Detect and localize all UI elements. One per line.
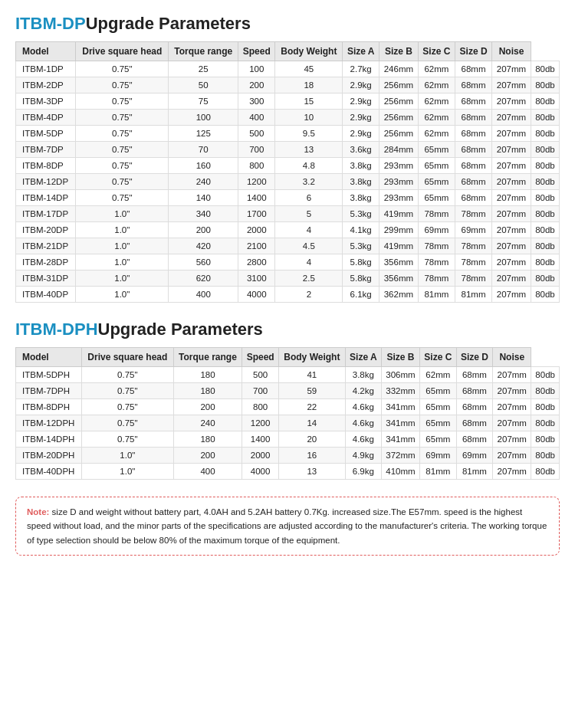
cell-10-1: 1.0" bbox=[76, 222, 169, 238]
section1-col-4: Body Weight bbox=[275, 42, 343, 61]
cell-12-6: 356mm bbox=[380, 254, 419, 271]
section1-title-rest: Upgrade Parameters bbox=[86, 14, 251, 33]
cell2-5-7: 69mm bbox=[420, 448, 457, 464]
cell-13-9: 207mm bbox=[492, 271, 531, 287]
cell-11-5: 5.3kg bbox=[343, 238, 380, 254]
cell2-0-3: 500 bbox=[242, 367, 279, 383]
cell-12-0: ITBM-28DP bbox=[16, 254, 76, 271]
cell-2-1: 0.75" bbox=[76, 93, 169, 110]
cell-9-4: 5 bbox=[275, 206, 343, 222]
table-row: ITBM-5DPH0.75"180500413.8kg306mm62mm68mm… bbox=[16, 367, 560, 383]
cell-13-3: 3100 bbox=[238, 271, 275, 287]
cell2-6-3: 4000 bbox=[242, 464, 279, 480]
cell2-3-8: 68mm bbox=[456, 415, 493, 431]
cell-8-7: 65mm bbox=[418, 190, 455, 206]
cell-10-6: 299mm bbox=[380, 222, 419, 238]
cell-13-10: 80db bbox=[531, 271, 559, 287]
cell-12-1: 1.0" bbox=[76, 254, 169, 271]
cell2-4-4: 20 bbox=[278, 431, 345, 448]
cell-6-9: 207mm bbox=[492, 158, 531, 174]
cell-7-7: 65mm bbox=[418, 174, 455, 190]
cell-9-3: 1700 bbox=[238, 206, 275, 222]
section1-col-1: Drive square head bbox=[76, 42, 169, 61]
cell-9-2: 340 bbox=[169, 206, 238, 222]
cell-7-5: 3.8kg bbox=[343, 174, 380, 190]
cell-4-0: ITBM-5DP bbox=[16, 126, 76, 142]
cell-8-9: 207mm bbox=[492, 190, 531, 206]
cell-5-5: 3.6kg bbox=[343, 142, 380, 158]
cell-1-7: 62mm bbox=[418, 77, 455, 93]
section1-col-6: Size B bbox=[380, 42, 419, 61]
table-row: ITBM-4DP0.75"100400102.9kg256mm62mm68mm2… bbox=[16, 110, 560, 126]
section1-col-3: Speed bbox=[238, 42, 275, 61]
cell-5-9: 207mm bbox=[492, 142, 531, 158]
cell-14-6: 362mm bbox=[380, 287, 419, 303]
cell-14-0: ITBM-40DP bbox=[16, 287, 76, 303]
table-row: ITBM-8DPH0.75"200800224.6kg341mm65mm68mm… bbox=[16, 399, 560, 415]
cell-5-10: 80db bbox=[531, 142, 559, 158]
cell2-1-5: 4.2kg bbox=[345, 383, 381, 399]
cell-7-6: 293mm bbox=[380, 174, 419, 190]
cell-5-2: 70 bbox=[169, 142, 238, 158]
cell2-4-1: 0.75" bbox=[82, 431, 174, 448]
cell2-5-0: ITBM-20DPH bbox=[16, 448, 82, 464]
cell-0-4: 45 bbox=[275, 61, 343, 77]
cell2-3-7: 65mm bbox=[420, 415, 457, 431]
cell-4-9: 207mm bbox=[492, 126, 531, 142]
cell2-5-5: 4.9kg bbox=[345, 448, 381, 464]
cell-1-2: 50 bbox=[169, 77, 238, 93]
section1-header-row: ModelDrive square headTorque rangeSpeedB… bbox=[16, 42, 560, 61]
cell2-4-2: 180 bbox=[173, 431, 242, 448]
section2-col-7: Size C bbox=[420, 348, 457, 367]
cell-4-5: 2.9kg bbox=[343, 126, 380, 142]
section1-col-8: Size D bbox=[455, 42, 491, 61]
cell-8-6: 293mm bbox=[380, 190, 419, 206]
cell2-6-4: 13 bbox=[278, 464, 345, 480]
cell-9-1: 1.0" bbox=[76, 206, 169, 222]
cell2-6-2: 400 bbox=[173, 464, 242, 480]
cell-1-0: ITBM-2DP bbox=[16, 77, 76, 93]
cell-6-6: 293mm bbox=[380, 158, 419, 174]
cell-12-9: 207mm bbox=[492, 254, 531, 271]
cell2-5-2: 200 bbox=[173, 448, 242, 464]
cell-2-5: 2.9kg bbox=[343, 93, 380, 110]
cell-9-6: 419mm bbox=[380, 206, 419, 222]
cell-14-1: 1.0" bbox=[76, 287, 169, 303]
cell-10-2: 200 bbox=[169, 222, 238, 238]
table-row: ITBM-1DP0.75"25100452.7kg246mm62mm68mm20… bbox=[16, 61, 560, 77]
cell2-5-1: 1.0" bbox=[82, 448, 174, 464]
cell2-2-1: 0.75" bbox=[82, 399, 174, 415]
cell-7-0: ITBM-12DP bbox=[16, 174, 76, 190]
cell-11-1: 1.0" bbox=[76, 238, 169, 254]
cell-6-5: 3.8kg bbox=[343, 158, 380, 174]
section2: ITBM-DPHUpgrade Parameters ModelDrive sq… bbox=[15, 320, 560, 480]
table-row: ITBM-12DPH0.75"2401200144.6kg341mm65mm68… bbox=[16, 415, 560, 431]
cell2-5-9: 207mm bbox=[493, 448, 531, 464]
cell-13-7: 78mm bbox=[418, 271, 455, 287]
cell2-0-1: 0.75" bbox=[82, 367, 174, 383]
cell-2-3: 300 bbox=[238, 93, 275, 110]
section2-title-brand: ITBM-DPH bbox=[15, 320, 98, 339]
cell-2-6: 256mm bbox=[380, 93, 419, 110]
cell-9-9: 207mm bbox=[492, 206, 531, 222]
cell2-4-5: 4.6kg bbox=[345, 431, 381, 448]
cell2-3-9: 207mm bbox=[493, 415, 531, 431]
cell-9-8: 78mm bbox=[455, 206, 491, 222]
cell-6-7: 65mm bbox=[418, 158, 455, 174]
cell2-1-4: 59 bbox=[278, 383, 345, 399]
cell-0-8: 68mm bbox=[455, 61, 491, 77]
cell-14-4: 2 bbox=[275, 287, 343, 303]
section1-col-5: Size A bbox=[343, 42, 380, 61]
cell2-4-8: 68mm bbox=[456, 431, 493, 448]
cell-4-3: 500 bbox=[238, 126, 275, 142]
section2-col-8: Size D bbox=[456, 348, 493, 367]
cell-12-10: 80db bbox=[531, 254, 559, 271]
cell-4-8: 68mm bbox=[455, 126, 491, 142]
cell2-4-9: 207mm bbox=[493, 431, 531, 448]
cell-12-5: 5.8kg bbox=[343, 254, 380, 271]
cell-10-10: 80db bbox=[531, 222, 559, 238]
cell2-3-0: ITBM-12DPH bbox=[16, 415, 82, 431]
cell2-1-2: 180 bbox=[173, 383, 242, 399]
cell-7-8: 68mm bbox=[455, 174, 491, 190]
cell2-2-7: 65mm bbox=[420, 399, 457, 415]
